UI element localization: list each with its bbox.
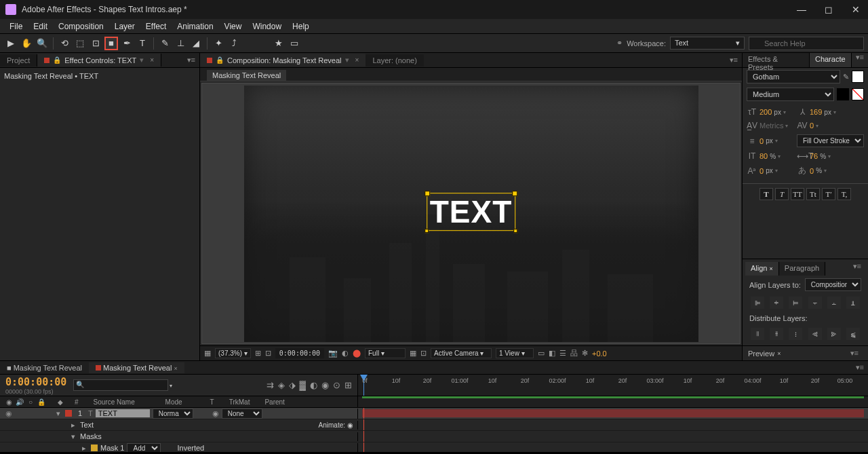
tab-preview[interactable]: Preview ×▾≡ bbox=[743, 345, 868, 360]
superscript-button[interactable]: T′ bbox=[822, 188, 835, 200]
folder-icon[interactable]: ▭ bbox=[288, 37, 301, 50]
brush-tool[interactable]: ✎ bbox=[158, 37, 172, 50]
link-icon[interactable]: ⚭ bbox=[616, 39, 623, 48]
font-size-value[interactable]: 200 bbox=[760, 108, 772, 116]
timeline-property-row[interactable]: ▾ Masks bbox=[0, 431, 868, 442]
current-time[interactable]: 0:00:00:00 bbox=[275, 348, 324, 358]
panel-menu-icon[interactable]: ▾≡ bbox=[849, 262, 865, 276]
no-stroke-swatch[interactable] bbox=[852, 88, 864, 100]
maximize-button[interactable]: ◻ bbox=[822, 4, 835, 15]
roi-icon[interactable]: ⊡ bbox=[265, 349, 271, 358]
pan-behind-tool[interactable]: ⊡ bbox=[89, 37, 102, 50]
roto-tool[interactable]: ✦ bbox=[212, 37, 225, 50]
subscript-button[interactable]: T, bbox=[837, 188, 851, 200]
mask-icon[interactable]: ⊡ bbox=[420, 349, 427, 358]
rotate-tool[interactable]: ⟲ bbox=[58, 37, 71, 50]
transparency-icon[interactable]: ▦ bbox=[410, 349, 416, 358]
blend-mode-select[interactable]: Normal bbox=[153, 409, 193, 419]
dist-vcenter-button[interactable]: ⫵ bbox=[770, 328, 783, 340]
minimize-button[interactable]: — bbox=[795, 4, 808, 15]
hscale-value[interactable]: 76 bbox=[810, 152, 818, 160]
animate-button[interactable]: Animate: ◉ bbox=[319, 421, 353, 429]
timeline-layer-row[interactable]: ◉ ▾ 1 T TEXT Normal ◉ None bbox=[0, 408, 868, 419]
font-family-select[interactable]: Gotham bbox=[747, 70, 840, 83]
italic-button[interactable]: T bbox=[775, 188, 789, 200]
stroke-color-swatch[interactable] bbox=[837, 88, 849, 100]
exposure-value[interactable]: +0.0 bbox=[592, 349, 607, 358]
layer-color-swatch[interactable] bbox=[65, 410, 72, 417]
expand-icon[interactable]: ▸ bbox=[69, 421, 77, 430]
layer-duration-bar[interactable] bbox=[362, 409, 864, 417]
rectangle-tool[interactable]: ■ bbox=[104, 37, 118, 50]
draft3d-icon[interactable]: ◈ bbox=[278, 380, 285, 390]
zoom-tool[interactable]: 🔍 bbox=[35, 37, 49, 50]
breadcrumb-item[interactable]: Masking Text Reveal bbox=[207, 70, 286, 81]
dist-bottom-button[interactable]: ⫶ bbox=[789, 328, 802, 340]
mask-mode-select[interactable]: Add bbox=[127, 443, 161, 453]
align-hcenter-button[interactable]: ⫩ bbox=[770, 297, 783, 309]
timeline-mask-row[interactable]: ▸ Mask 1 Add Inverted bbox=[0, 442, 868, 452]
search-help-input[interactable] bbox=[749, 37, 864, 50]
resolution-icon[interactable]: ⊞ bbox=[255, 349, 261, 358]
align-left-button[interactable]: ⊫ bbox=[751, 297, 764, 309]
leading-value[interactable]: 169 bbox=[810, 108, 822, 116]
hand-tool[interactable]: ✋ bbox=[20, 37, 33, 50]
timeline-ruler[interactable]: 0f 10f 20f 01:00f 10f 20f 02:00f 10f 20f… bbox=[358, 375, 868, 396]
panel-menu-icon[interactable]: ▾≡ bbox=[852, 53, 868, 67]
tab-layer[interactable]: Layer: (none) bbox=[366, 54, 423, 67]
lock-toggle-icon[interactable]: 🔒 bbox=[37, 398, 46, 406]
fill-color-swatch[interactable] bbox=[852, 71, 864, 83]
align-right-button[interactable]: ⊨ bbox=[789, 297, 802, 309]
dist-right-button[interactable]: ⫹ bbox=[846, 328, 860, 340]
inverted-label[interactable]: Inverted bbox=[177, 444, 204, 452]
vscale-value[interactable]: 80 bbox=[760, 152, 768, 160]
timeline-search[interactable] bbox=[73, 379, 168, 391]
menu-animation[interactable]: Animation bbox=[172, 20, 218, 33]
star-tool[interactable]: ★ bbox=[272, 37, 285, 50]
kerning-value[interactable]: Metrics bbox=[760, 121, 783, 130]
tsume-value[interactable]: 0 bbox=[810, 167, 814, 175]
timeline-timecode[interactable]: 0:00:00:00 bbox=[5, 376, 66, 388]
bold-button[interactable]: T bbox=[760, 188, 773, 200]
fast-preview-icon[interactable]: ◧ bbox=[549, 349, 555, 358]
col-source-name[interactable]: Source Name bbox=[88, 398, 156, 406]
composition-viewer[interactable]: TEXT bbox=[201, 83, 741, 344]
stroke-option-select[interactable]: Fill Over Stroke bbox=[797, 134, 864, 147]
timeline-icon[interactable]: ☰ bbox=[559, 349, 566, 358]
menu-file[interactable]: File bbox=[4, 20, 28, 33]
channel-icon[interactable]: ◐ bbox=[342, 349, 349, 358]
audio-toggle-icon[interactable]: 🔊 bbox=[15, 398, 24, 406]
panel-menu-icon[interactable]: ▾≡ bbox=[726, 56, 742, 64]
solo-toggle-icon[interactable]: ○ bbox=[26, 398, 35, 406]
dist-hcenter-button[interactable]: ⫸ bbox=[827, 328, 841, 340]
close-icon[interactable]: × bbox=[355, 56, 359, 64]
puppet-tool[interactable]: ⤴ bbox=[227, 37, 241, 50]
dist-top-button[interactable]: ⫴ bbox=[751, 328, 764, 340]
clone-tool[interactable]: ⊥ bbox=[174, 37, 187, 50]
close-icon[interactable]: × bbox=[150, 56, 154, 64]
tracking-value[interactable]: 0 bbox=[810, 121, 814, 130]
menu-layer[interactable]: Layer bbox=[109, 20, 140, 33]
view-select[interactable]: 1 View ▾ bbox=[496, 348, 534, 358]
allcaps-button[interactable]: TT bbox=[791, 188, 804, 200]
align-target-select[interactable]: Composition bbox=[805, 278, 861, 291]
pickwhip-icon[interactable]: ◉ bbox=[212, 409, 219, 418]
menu-view[interactable]: View bbox=[219, 20, 248, 33]
comp-flowchart-icon[interactable]: 品 bbox=[570, 348, 578, 358]
parent-select[interactable]: None bbox=[222, 409, 262, 419]
align-bottom-button[interactable]: ⫫ bbox=[846, 297, 860, 309]
font-weight-select[interactable]: Medium bbox=[747, 88, 834, 101]
baseline-value[interactable]: 0 bbox=[760, 167, 764, 175]
snapshot-icon[interactable]: 📷 bbox=[328, 349, 338, 358]
camera-tool[interactable]: ⬚ bbox=[73, 37, 87, 50]
timeline-tab-2[interactable]: Masking Text Reveal × bbox=[89, 362, 184, 373]
frame-blend-icon[interactable]: ▓ bbox=[300, 380, 306, 390]
menu-edit[interactable]: Edit bbox=[28, 20, 53, 33]
eraser-tool[interactable]: ◢ bbox=[189, 37, 203, 50]
text-tool[interactable]: T bbox=[136, 37, 149, 50]
video-on-icon[interactable]: ◉ bbox=[4, 409, 14, 418]
workspace-select[interactable]: Text ▾ bbox=[670, 37, 745, 50]
resolution-select[interactable]: Full ▾ bbox=[365, 348, 406, 358]
tab-effect-controls[interactable]: 🔒 Effect Controls: TEXT ▾ × bbox=[37, 54, 161, 67]
exposure-reset-icon[interactable]: ✻ bbox=[582, 349, 588, 358]
